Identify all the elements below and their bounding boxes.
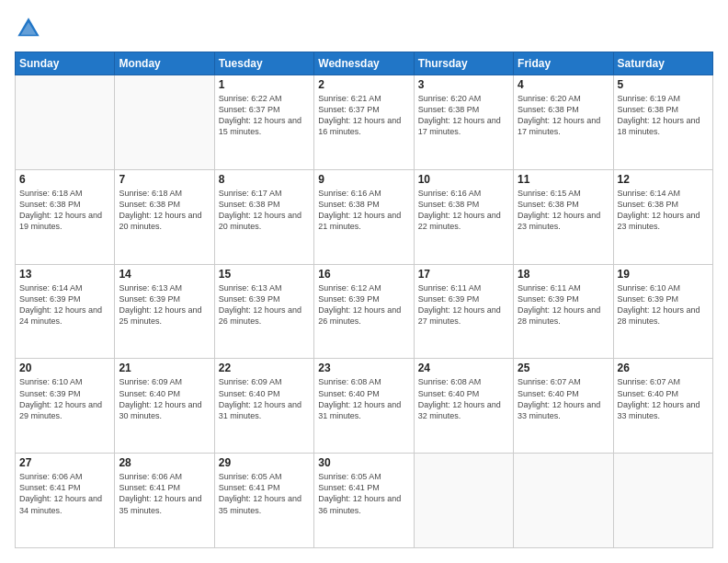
calendar-week-2: 13Sunrise: 6:14 AM Sunset: 6:39 PM Dayli… bbox=[16, 264, 713, 359]
calendar-header-row: SundayMondayTuesdayWednesdayThursdayFrid… bbox=[16, 52, 713, 75]
calendar-cell bbox=[16, 75, 115, 170]
calendar-cell: 1Sunrise: 6:22 AM Sunset: 6:37 PM Daylig… bbox=[214, 75, 313, 170]
day-number: 13 bbox=[19, 268, 110, 281]
col-header-saturday: Saturday bbox=[613, 52, 712, 75]
col-header-monday: Monday bbox=[115, 52, 214, 75]
calendar-cell: 20Sunrise: 6:10 AM Sunset: 6:39 PM Dayli… bbox=[16, 359, 115, 454]
day-number: 27 bbox=[19, 456, 110, 469]
calendar-cell: 12Sunrise: 6:14 AM Sunset: 6:38 PM Dayli… bbox=[613, 169, 712, 264]
cell-info: Sunrise: 6:20 AM Sunset: 6:38 PM Dayligh… bbox=[518, 93, 609, 138]
cell-info: Sunrise: 6:09 AM Sunset: 6:40 PM Dayligh… bbox=[219, 376, 310, 421]
cell-info: Sunrise: 6:20 AM Sunset: 6:38 PM Dayligh… bbox=[418, 93, 509, 138]
day-number: 2 bbox=[318, 78, 409, 91]
cell-info: Sunrise: 6:05 AM Sunset: 6:41 PM Dayligh… bbox=[219, 471, 310, 516]
calendar-cell: 25Sunrise: 6:07 AM Sunset: 6:40 PM Dayli… bbox=[514, 359, 613, 454]
day-number: 26 bbox=[618, 362, 709, 374]
cell-info: Sunrise: 6:15 AM Sunset: 6:38 PM Dayligh… bbox=[518, 188, 609, 233]
calendar-week-4: 27Sunrise: 6:06 AM Sunset: 6:41 PM Dayli… bbox=[16, 454, 713, 548]
calendar-cell: 13Sunrise: 6:14 AM Sunset: 6:39 PM Dayli… bbox=[16, 264, 115, 359]
calendar-cell: 28Sunrise: 6:06 AM Sunset: 6:41 PM Dayli… bbox=[115, 454, 214, 548]
logo bbox=[15, 15, 46, 42]
cell-info: Sunrise: 6:18 AM Sunset: 6:38 PM Dayligh… bbox=[19, 188, 110, 233]
day-number: 3 bbox=[418, 78, 509, 91]
cell-info: Sunrise: 6:09 AM Sunset: 6:40 PM Dayligh… bbox=[119, 376, 210, 421]
cell-info: Sunrise: 6:13 AM Sunset: 6:39 PM Dayligh… bbox=[219, 282, 310, 327]
cell-info: Sunrise: 6:14 AM Sunset: 6:38 PM Dayligh… bbox=[618, 188, 709, 233]
calendar-cell: 8Sunrise: 6:17 AM Sunset: 6:38 PM Daylig… bbox=[214, 169, 313, 264]
cell-info: Sunrise: 6:08 AM Sunset: 6:40 PM Dayligh… bbox=[418, 376, 509, 421]
col-header-sunday: Sunday bbox=[16, 52, 115, 75]
calendar-cell: 23Sunrise: 6:08 AM Sunset: 6:40 PM Dayli… bbox=[314, 359, 414, 454]
calendar-cell: 21Sunrise: 6:09 AM Sunset: 6:40 PM Dayli… bbox=[115, 359, 214, 454]
calendar-cell: 15Sunrise: 6:13 AM Sunset: 6:39 PM Dayli… bbox=[214, 264, 313, 359]
calendar-cell: 9Sunrise: 6:16 AM Sunset: 6:38 PM Daylig… bbox=[314, 169, 414, 264]
col-header-tuesday: Tuesday bbox=[214, 52, 313, 75]
day-number: 12 bbox=[618, 173, 709, 186]
cell-info: Sunrise: 6:13 AM Sunset: 6:39 PM Dayligh… bbox=[119, 282, 210, 327]
day-number: 9 bbox=[318, 173, 409, 186]
calendar-cell: 6Sunrise: 6:18 AM Sunset: 6:38 PM Daylig… bbox=[16, 169, 115, 264]
calendar-cell: 14Sunrise: 6:13 AM Sunset: 6:39 PM Dayli… bbox=[115, 264, 214, 359]
col-header-wednesday: Wednesday bbox=[314, 52, 414, 75]
day-number: 18 bbox=[518, 268, 609, 281]
cell-info: Sunrise: 6:08 AM Sunset: 6:40 PM Dayligh… bbox=[318, 376, 409, 421]
cell-info: Sunrise: 6:06 AM Sunset: 6:41 PM Dayligh… bbox=[19, 471, 110, 516]
calendar-cell: 18Sunrise: 6:11 AM Sunset: 6:39 PM Dayli… bbox=[514, 264, 613, 359]
calendar-cell: 10Sunrise: 6:16 AM Sunset: 6:38 PM Dayli… bbox=[414, 169, 513, 264]
day-number: 23 bbox=[318, 362, 409, 374]
calendar-cell: 4Sunrise: 6:20 AM Sunset: 6:38 PM Daylig… bbox=[514, 75, 613, 170]
calendar-week-3: 20Sunrise: 6:10 AM Sunset: 6:39 PM Dayli… bbox=[16, 359, 713, 454]
day-number: 4 bbox=[518, 78, 609, 91]
day-number: 22 bbox=[219, 362, 310, 374]
cell-info: Sunrise: 6:16 AM Sunset: 6:38 PM Dayligh… bbox=[418, 188, 509, 233]
header bbox=[15, 15, 713, 42]
calendar-cell: 29Sunrise: 6:05 AM Sunset: 6:41 PM Dayli… bbox=[214, 454, 313, 548]
day-number: 29 bbox=[219, 456, 310, 469]
day-number: 20 bbox=[19, 362, 110, 374]
cell-info: Sunrise: 6:11 AM Sunset: 6:39 PM Dayligh… bbox=[518, 282, 609, 327]
cell-info: Sunrise: 6:14 AM Sunset: 6:39 PM Dayligh… bbox=[19, 282, 110, 327]
cell-info: Sunrise: 6:16 AM Sunset: 6:38 PM Dayligh… bbox=[318, 188, 409, 233]
day-number: 28 bbox=[119, 456, 210, 469]
day-number: 30 bbox=[318, 456, 409, 469]
calendar-cell bbox=[115, 75, 214, 170]
cell-info: Sunrise: 6:05 AM Sunset: 6:41 PM Dayligh… bbox=[318, 471, 409, 516]
calendar-cell: 3Sunrise: 6:20 AM Sunset: 6:38 PM Daylig… bbox=[414, 75, 513, 170]
cell-info: Sunrise: 6:21 AM Sunset: 6:37 PM Dayligh… bbox=[318, 93, 409, 138]
col-header-thursday: Thursday bbox=[414, 52, 513, 75]
calendar-cell: 5Sunrise: 6:19 AM Sunset: 6:38 PM Daylig… bbox=[613, 75, 712, 170]
calendar-week-0: 1Sunrise: 6:22 AM Sunset: 6:37 PM Daylig… bbox=[16, 75, 713, 170]
calendar-cell: 22Sunrise: 6:09 AM Sunset: 6:40 PM Dayli… bbox=[214, 359, 313, 454]
day-number: 25 bbox=[518, 362, 609, 374]
day-number: 11 bbox=[518, 173, 609, 186]
day-number: 19 bbox=[618, 268, 709, 281]
day-number: 21 bbox=[119, 362, 210, 374]
cell-info: Sunrise: 6:11 AM Sunset: 6:39 PM Dayligh… bbox=[418, 282, 509, 327]
calendar-week-1: 6Sunrise: 6:18 AM Sunset: 6:38 PM Daylig… bbox=[16, 169, 713, 264]
day-number: 1 bbox=[219, 78, 310, 91]
calendar-cell: 16Sunrise: 6:12 AM Sunset: 6:39 PM Dayli… bbox=[314, 264, 414, 359]
day-number: 17 bbox=[418, 268, 509, 281]
cell-info: Sunrise: 6:10 AM Sunset: 6:39 PM Dayligh… bbox=[19, 376, 110, 421]
cell-info: Sunrise: 6:22 AM Sunset: 6:37 PM Dayligh… bbox=[219, 93, 310, 138]
cell-info: Sunrise: 6:18 AM Sunset: 6:38 PM Dayligh… bbox=[119, 188, 210, 233]
day-number: 5 bbox=[618, 78, 709, 91]
calendar-cell bbox=[514, 454, 613, 548]
calendar-cell bbox=[613, 454, 712, 548]
day-number: 7 bbox=[119, 173, 210, 186]
cell-info: Sunrise: 6:10 AM Sunset: 6:39 PM Dayligh… bbox=[618, 282, 709, 327]
calendar-cell: 11Sunrise: 6:15 AM Sunset: 6:38 PM Dayli… bbox=[514, 169, 613, 264]
calendar-cell: 19Sunrise: 6:10 AM Sunset: 6:39 PM Dayli… bbox=[613, 264, 712, 359]
col-header-friday: Friday bbox=[514, 52, 613, 75]
calendar-cell: 17Sunrise: 6:11 AM Sunset: 6:39 PM Dayli… bbox=[414, 264, 513, 359]
cell-info: Sunrise: 6:06 AM Sunset: 6:41 PM Dayligh… bbox=[119, 471, 210, 516]
calendar-cell: 26Sunrise: 6:07 AM Sunset: 6:40 PM Dayli… bbox=[613, 359, 712, 454]
calendar-cell: 7Sunrise: 6:18 AM Sunset: 6:38 PM Daylig… bbox=[115, 169, 214, 264]
cell-info: Sunrise: 6:07 AM Sunset: 6:40 PM Dayligh… bbox=[518, 376, 609, 421]
cell-info: Sunrise: 6:17 AM Sunset: 6:38 PM Dayligh… bbox=[219, 188, 310, 233]
calendar-cell: 2Sunrise: 6:21 AM Sunset: 6:37 PM Daylig… bbox=[314, 75, 414, 170]
day-number: 10 bbox=[418, 173, 509, 186]
day-number: 16 bbox=[318, 268, 409, 281]
cell-info: Sunrise: 6:19 AM Sunset: 6:38 PM Dayligh… bbox=[618, 93, 709, 138]
calendar-cell: 24Sunrise: 6:08 AM Sunset: 6:40 PM Dayli… bbox=[414, 359, 513, 454]
